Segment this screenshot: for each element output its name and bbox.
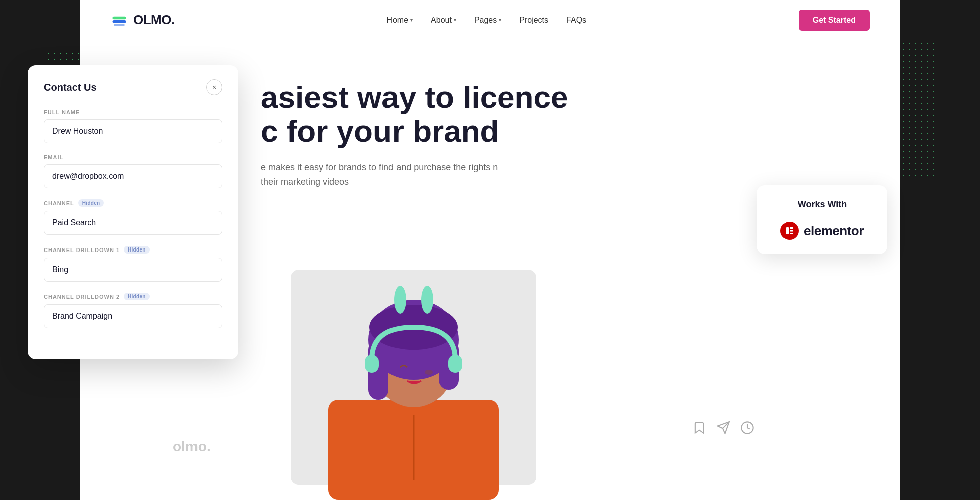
nav-faqs[interactable]: FAQs — [566, 16, 586, 25]
svg-rect-22 — [790, 230, 793, 232]
send-icon[interactable] — [716, 421, 730, 435]
nav-home[interactable]: Home ▾ — [386, 16, 413, 25]
svg-point-15 — [425, 370, 433, 375]
close-button[interactable]: × — [206, 79, 222, 95]
channel-drilldown1-hidden-badge: Hidden — [124, 246, 150, 254]
chevron-down-icon: ▾ — [410, 17, 413, 23]
svg-point-11 — [394, 286, 406, 314]
nav-about[interactable]: About ▾ — [431, 16, 456, 25]
channel-hidden-badge: Hidden — [78, 199, 104, 207]
svg-rect-14 — [448, 355, 462, 373]
clock-icon[interactable] — [740, 421, 754, 435]
channel-drilldown1-label: CHANNEL DRILLDOWN 1 Hidden — [44, 246, 222, 254]
svg-rect-0 — [113, 20, 126, 23]
channel-label: CHANNEL Hidden — [44, 199, 222, 207]
elementor-logo: elementor — [772, 222, 872, 240]
channel-input[interactable] — [44, 211, 222, 235]
channel-drilldown2-label: CHANNEL DRILLDOWN 2 Hidden — [44, 293, 222, 300]
elementor-text: elementor — [804, 223, 864, 239]
elementor-icon — [780, 222, 799, 240]
logo-text: OLMO. — [133, 12, 175, 28]
hero-title: asiest way to licence c for your brand — [261, 80, 612, 148]
chevron-down-icon: ▾ — [454, 17, 456, 23]
works-with-card: Works With elementor — [757, 185, 887, 254]
svg-point-12 — [421, 286, 433, 314]
hero-image-container — [276, 249, 551, 500]
get-started-button[interactable]: Get Started — [799, 10, 870, 31]
nav-links: Home ▾ About ▾ Pages ▾ Projects FAQs — [386, 16, 586, 25]
full-name-input[interactable] — [44, 119, 222, 143]
channel-drilldown2-hidden-badge: Hidden — [124, 293, 150, 300]
bottom-bar-icons — [692, 421, 754, 435]
svg-rect-13 — [365, 355, 379, 373]
email-field-group: EMAIL — [44, 154, 222, 188]
svg-rect-1 — [113, 16, 126, 19]
channel-drilldown1-field-group: CHANNEL DRILLDOWN 1 Hidden — [44, 246, 222, 282]
email-label: EMAIL — [44, 154, 222, 160]
svg-rect-2 — [114, 24, 125, 26]
svg-rect-23 — [790, 233, 793, 234]
hero-subtitle: e makes it easy for brands to find and p… — [261, 160, 511, 189]
bookmark-icon[interactable] — [692, 421, 706, 435]
olmo-watermark: olmo. — [173, 439, 211, 455]
navbar: OLMO. Home ▾ About ▾ Pages ▾ Projects FA… — [80, 0, 900, 40]
logo-icon — [110, 11, 128, 29]
works-with-title: Works With — [772, 199, 872, 210]
logo[interactable]: OLMO. — [110, 11, 175, 29]
channel-drilldown2-input[interactable] — [44, 304, 222, 328]
svg-rect-21 — [790, 227, 793, 229]
modal-header: Contact Us × — [44, 79, 222, 95]
svg-rect-20 — [786, 227, 789, 234]
nav-pages[interactable]: Pages ▾ — [474, 16, 501, 25]
email-input[interactable] — [44, 164, 222, 188]
channel-drilldown1-input[interactable] — [44, 258, 222, 282]
channel-field-group: CHANNEL Hidden — [44, 199, 222, 235]
nav-projects[interactable]: Projects — [519, 16, 548, 25]
full-name-field-group: FULL NAME — [44, 109, 222, 143]
contact-modal: Contact Us × FULL NAME EMAIL CHANNEL Hid… — [28, 65, 238, 359]
chevron-down-icon: ▾ — [499, 17, 501, 23]
channel-drilldown2-field-group: CHANNEL DRILLDOWN 2 Hidden — [44, 293, 222, 328]
full-name-label: FULL NAME — [44, 109, 222, 115]
hero-image — [276, 249, 551, 500]
modal-title: Contact Us — [44, 82, 97, 93]
